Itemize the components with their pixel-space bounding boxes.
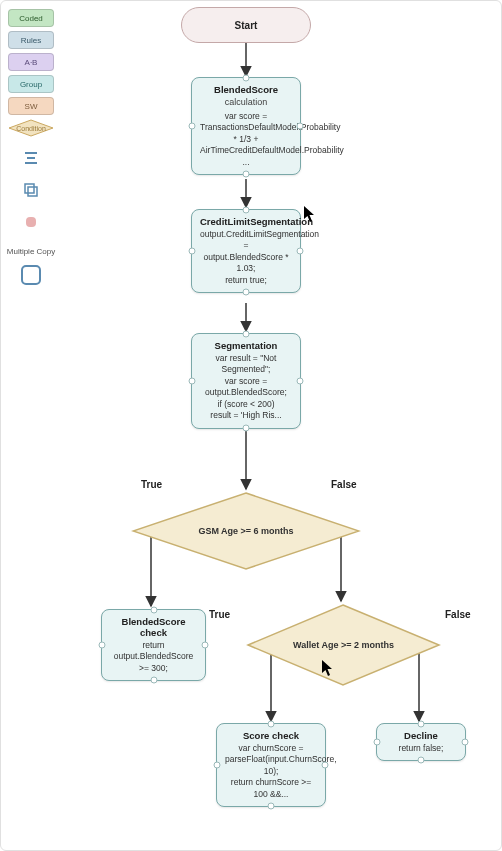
multiple-copy-label: Multiple Copy [7,247,55,257]
multiple-copy-button[interactable] [21,265,41,285]
node-creditlimit[interactable]: CreditLimitSegmentation output.CreditLim… [191,209,301,293]
node-title: Segmentation [200,340,292,351]
condition-label: GSM Age >= 6 months [143,526,350,536]
node-blendedscore[interactable]: BlendedScore calculation var score = Tra… [191,77,301,175]
copy-icon[interactable] [20,179,42,201]
node-scorecheck[interactable]: Score check var churnScore = parseFloat(… [216,723,326,807]
edge-label-true: True [209,609,230,620]
node-title: Decline [385,730,457,741]
node-body: var result = "Not Segmented"; var score … [200,353,292,422]
start-node[interactable]: Start [181,7,311,43]
svg-rect-5 [28,187,37,196]
palette-ab[interactable]: A·B [8,53,54,71]
condition-wallet[interactable]: Wallet Age >= 2 months [246,603,441,687]
node-segmentation[interactable]: Segmentation var result = "Not Segmented… [191,333,301,429]
node-body: output.CreditLimitSegmentation = output.… [200,229,292,286]
node-decline[interactable]: Decline return false; [376,723,466,761]
start-label: Start [235,20,258,31]
palette-coded[interactable]: Coded [8,9,54,27]
palette-group[interactable]: Group [8,75,54,93]
palette-sw[interactable]: SW [8,97,54,115]
shape-icon[interactable] [20,211,42,233]
palette-rules[interactable]: Rules [8,31,54,49]
node-title: CreditLimitSegmentation [200,216,292,227]
condition-label: Wallet Age >= 2 months [256,640,432,650]
sidebar-palette: Coded Rules A·B Group SW Condition Multi… [5,9,57,285]
palette-condition-label: Condition [16,125,46,132]
svg-rect-4 [25,184,34,193]
node-body: return output.BlendedScore >= 300; [110,640,197,674]
node-title: Score check [225,730,317,741]
svg-rect-6 [26,217,36,227]
node-body: var churnScore = parseFloat(input.ChurnS… [225,743,317,800]
node-sub: calculation [200,97,292,107]
edge-label-false: False [331,479,357,490]
palette-condition[interactable]: Condition [8,119,54,137]
edge-label-false: False [445,609,471,620]
condition-gsm[interactable]: GSM Age >= 6 months [131,491,361,571]
node-body: return false; [385,743,457,754]
node-title: BlendedScore check [110,616,197,638]
node-title: BlendedScore [200,84,292,95]
edge-label-true: True [141,479,162,490]
node-body: var score = TransactionsDefaultModel.Pro… [200,111,292,168]
node-blendedcheck[interactable]: BlendedScore check return output.Blended… [101,609,206,681]
align-icon[interactable] [20,147,42,169]
